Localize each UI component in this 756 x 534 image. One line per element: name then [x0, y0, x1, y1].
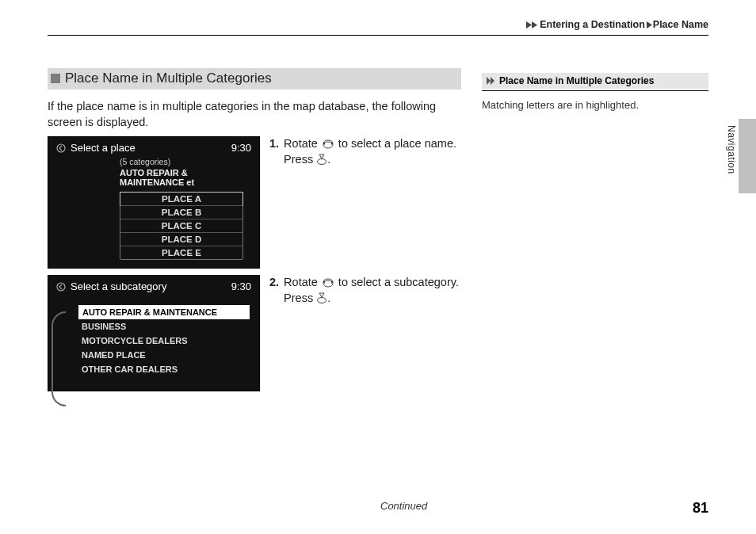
svg-marker-0 — [526, 21, 532, 29]
svg-point-3 — [57, 144, 65, 152]
screen-title: Select a subcategory — [71, 280, 166, 292]
step-number: 1. — [269, 136, 279, 167]
triangle-right-icon — [647, 21, 652, 29]
list-item[interactable]: PLACE A — [120, 192, 243, 206]
list-item[interactable]: PLACE C — [120, 219, 242, 232]
triangle-right-icon — [532, 21, 537, 29]
list-item[interactable]: BUSINESS — [78, 319, 250, 334]
list-item[interactable]: OTHER CAR DEALERS — [78, 362, 250, 376]
divider — [48, 35, 708, 36]
breadcrumb: Entering a DestinationPlace Name — [526, 19, 708, 30]
section-title: Place Name in Multiple Categories — [65, 71, 272, 86]
list-item[interactable]: MOTORCYCLE DEALERS — [78, 334, 250, 348]
step-text: to select a place name. — [335, 137, 456, 150]
list-item[interactable]: AUTO REPAIR & MAINTENANCE — [78, 305, 250, 319]
place-list: PLACE A PLACE B PLACE C PLACE D PLACE E — [120, 192, 243, 260]
svg-marker-15 — [487, 77, 491, 85]
category-line: AUTO REPAIR & MAINTENANCE et — [48, 168, 259, 192]
svg-point-7 — [318, 158, 326, 164]
thumb-tab — [739, 119, 756, 193]
back-icon — [56, 143, 66, 153]
section-tab-label: Navigation — [726, 125, 737, 174]
triangle-right-icon — [526, 21, 532, 29]
svg-marker-8 — [319, 154, 324, 158]
side-title: Place Name in Multiple Categories — [499, 75, 654, 86]
category-count: (5 categories) — [48, 157, 259, 168]
rotate-dial-icon — [321, 277, 335, 288]
step-1: 1. Rotate to select a place name. Press … — [269, 136, 461, 269]
step-text: Rotate — [284, 276, 321, 288]
clock: 9:30 — [231, 280, 251, 292]
subcategory-list: AUTO REPAIR & MAINTENANCE BUSINESS MOTOR… — [78, 305, 250, 376]
continued-label: Continued — [380, 500, 427, 512]
list-item[interactable]: PLACE B — [120, 205, 242, 219]
svg-marker-16 — [491, 77, 494, 85]
step-text: Rotate — [284, 137, 321, 150]
svg-marker-14 — [319, 293, 324, 297]
clock: 9:30 — [231, 142, 251, 154]
step-text: Press — [284, 292, 316, 304]
list-item[interactable]: NAMED PLACE — [78, 348, 250, 362]
svg-marker-1 — [532, 21, 537, 29]
side-note: Matching letters are in highlighted. — [482, 99, 708, 111]
square-bullet-icon — [51, 74, 60, 83]
svg-marker-2 — [647, 21, 652, 29]
page-number: 81 — [693, 500, 708, 517]
screen-title: Select a place — [71, 142, 136, 154]
breadcrumb-seg: Entering a Destination — [540, 19, 645, 30]
step-2: 2. Rotate to select a subcategory. Press… — [269, 275, 461, 391]
step-number: 2. — [269, 275, 279, 306]
screenshot-select-subcategory: Select a subcategory 9:30 AUTO REPAIR & … — [48, 275, 260, 391]
svg-point-9 — [57, 283, 65, 291]
svg-point-13 — [318, 297, 326, 303]
rotate-dial-icon — [321, 139, 335, 150]
step-text: Press — [284, 153, 316, 166]
step-text: to select a subcategory. — [335, 276, 459, 288]
press-dial-icon — [316, 153, 327, 166]
step-text: . — [327, 153, 330, 166]
screenshot-select-place: Select a place 9:30 (5 categories) AUTO … — [48, 136, 260, 269]
back-icon — [56, 282, 66, 292]
side-column: Place Name in Multiple Categories Matchi… — [482, 73, 708, 111]
double-chevron-right-icon — [487, 77, 496, 85]
section-heading: Place Name in Multiple Categories — [48, 68, 461, 90]
press-dial-icon — [316, 292, 327, 304]
list-item[interactable]: PLACE E — [120, 246, 242, 259]
step-text: . — [327, 292, 330, 304]
main-column: Place Name in Multiple Categories If the… — [48, 68, 461, 391]
breadcrumb-seg: Place Name — [653, 19, 708, 30]
list-item[interactable]: PLACE D — [120, 232, 242, 246]
intro-text: If the place name is in multiple categor… — [48, 99, 461, 130]
side-heading: Place Name in Multiple Categories — [482, 73, 708, 89]
divider — [482, 90, 708, 91]
scroll-arc-icon — [52, 311, 66, 406]
